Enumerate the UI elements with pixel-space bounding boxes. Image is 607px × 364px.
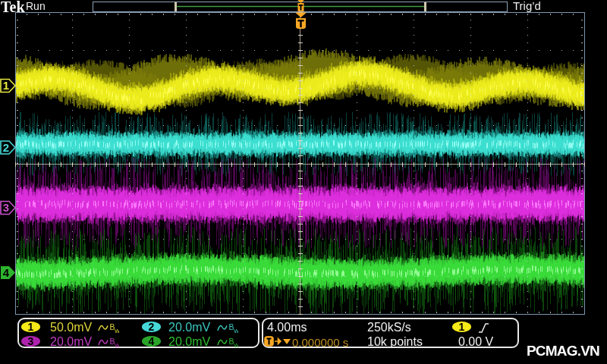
svg-text:W: W xyxy=(234,342,238,349)
svg-text:W: W xyxy=(115,328,119,334)
svg-text:W: W xyxy=(234,328,238,334)
svg-text:W: W xyxy=(115,342,119,349)
